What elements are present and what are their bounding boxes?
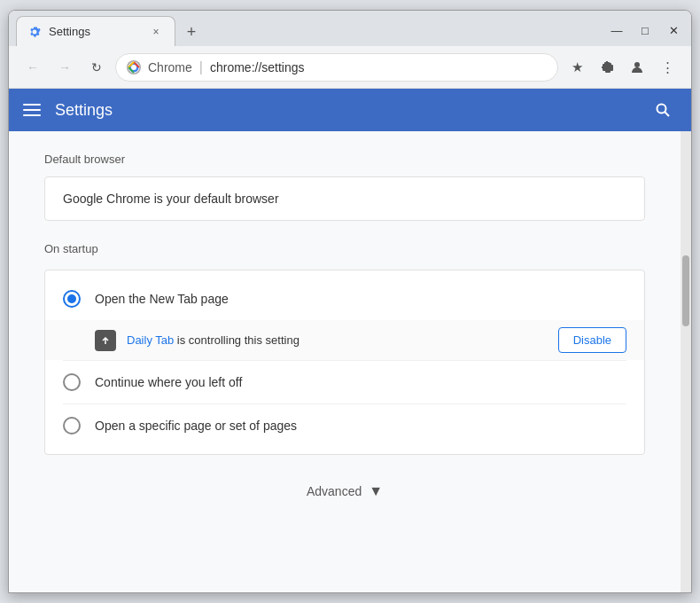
active-tab[interactable]: Settings × bbox=[16, 16, 175, 46]
minimize-button[interactable]: — bbox=[606, 20, 627, 41]
on-startup-title: On startup bbox=[44, 242, 645, 255]
scrollbar[interactable] bbox=[681, 131, 691, 592]
svg-point-1 bbox=[131, 65, 136, 70]
maximize-button[interactable]: □ bbox=[634, 20, 656, 41]
default-browser-section: Default browser Google Chrome is your de… bbox=[44, 153, 645, 221]
startup-option-new-tab[interactable]: Open the New Tab page bbox=[45, 278, 644, 320]
default-browser-info-box: Google Chrome is your default browser bbox=[44, 176, 645, 221]
radio-new-tab-fill bbox=[67, 294, 76, 303]
svg-point-2 bbox=[634, 62, 640, 67]
svg-point-3 bbox=[657, 105, 666, 114]
option-continue-label: Continue where you left off bbox=[95, 375, 626, 389]
option-new-tab-label: Open the New Tab page bbox=[95, 292, 626, 306]
settings-page-title: Settings bbox=[55, 101, 634, 120]
radio-specific-pages[interactable] bbox=[63, 417, 81, 435]
new-tab-button[interactable]: + bbox=[179, 20, 204, 44]
disable-extension-button[interactable]: Disable bbox=[558, 327, 626, 353]
browser-window: Settings × + — □ ✕ ← → ↻ bbox=[8, 10, 692, 593]
hamburger-line-2 bbox=[23, 109, 41, 111]
content-area: PC k.com Default browser Google Chrome i… bbox=[9, 131, 691, 592]
address-chrome-label: Chrome bbox=[148, 60, 192, 74]
main-content: PC k.com Default browser Google Chrome i… bbox=[9, 131, 681, 592]
advanced-chevron-icon: ▼ bbox=[369, 483, 383, 499]
radio-continue[interactable] bbox=[63, 373, 81, 391]
tab-close-button[interactable]: × bbox=[148, 24, 164, 40]
tab-favicon-icon bbox=[27, 25, 42, 39]
startup-option-continue[interactable]: Continue where you left off bbox=[45, 361, 644, 403]
daily-tab-extension-icon bbox=[95, 330, 116, 351]
svg-line-4 bbox=[665, 113, 670, 117]
toolbar-right: ★ ⋮ bbox=[564, 54, 681, 81]
more-options-button[interactable]: ⋮ bbox=[654, 54, 681, 81]
address-bar[interactable]: Chrome | chrome://settings bbox=[115, 53, 558, 82]
tab-title-text: Settings bbox=[49, 25, 141, 38]
extension-control-text: Daily Tab is controlling this setting bbox=[127, 333, 548, 347]
reload-button[interactable]: ↻ bbox=[83, 54, 110, 81]
extension-control-suffix: is controlling this setting bbox=[174, 333, 299, 347]
startup-options-box: Open the New Tab page Daily Tab is contr… bbox=[44, 270, 645, 455]
radio-new-tab[interactable] bbox=[63, 290, 81, 308]
option-specific-pages-label: Open a specific page or set of pages bbox=[95, 419, 626, 433]
profile-button[interactable] bbox=[624, 54, 650, 81]
extension-control-row: Daily Tab is controlling this setting Di… bbox=[45, 320, 644, 360]
hamburger-menu-button[interactable] bbox=[23, 104, 41, 116]
bookmark-button[interactable]: ★ bbox=[564, 54, 590, 81]
hamburger-line-1 bbox=[23, 104, 41, 106]
settings-header: Settings bbox=[9, 89, 691, 131]
advanced-section[interactable]: Advanced ▼ bbox=[44, 483, 645, 499]
forward-button[interactable]: → bbox=[51, 54, 78, 81]
tab-strip: Settings × + bbox=[16, 16, 599, 46]
back-button[interactable]: ← bbox=[19, 54, 46, 81]
default-browser-title: Default browser bbox=[44, 153, 645, 166]
settings-search-button[interactable] bbox=[649, 96, 677, 124]
title-bar: Settings × + — □ ✕ bbox=[9, 11, 691, 46]
default-browser-text: Google Chrome is your default browser bbox=[63, 192, 279, 206]
address-url-text: chrome://settings bbox=[210, 60, 305, 74]
address-separator: | bbox=[199, 59, 203, 75]
daily-tab-link[interactable]: Daily Tab bbox=[127, 333, 174, 347]
window-controls: — □ ✕ bbox=[606, 20, 684, 41]
advanced-label: Advanced bbox=[307, 484, 362, 498]
scrollbar-thumb[interactable] bbox=[682, 255, 689, 326]
address-favicon-icon bbox=[127, 60, 141, 74]
on-startup-section: On startup Open the New Tab page bbox=[44, 242, 645, 455]
startup-option-specific-pages[interactable]: Open a specific page or set of pages bbox=[45, 404, 644, 447]
hamburger-line-3 bbox=[23, 114, 41, 116]
close-button[interactable]: ✕ bbox=[663, 20, 684, 41]
extensions-button[interactable] bbox=[594, 54, 620, 81]
toolbar: ← → ↻ Chrome | chrome://settings ★ bbox=[9, 46, 691, 89]
